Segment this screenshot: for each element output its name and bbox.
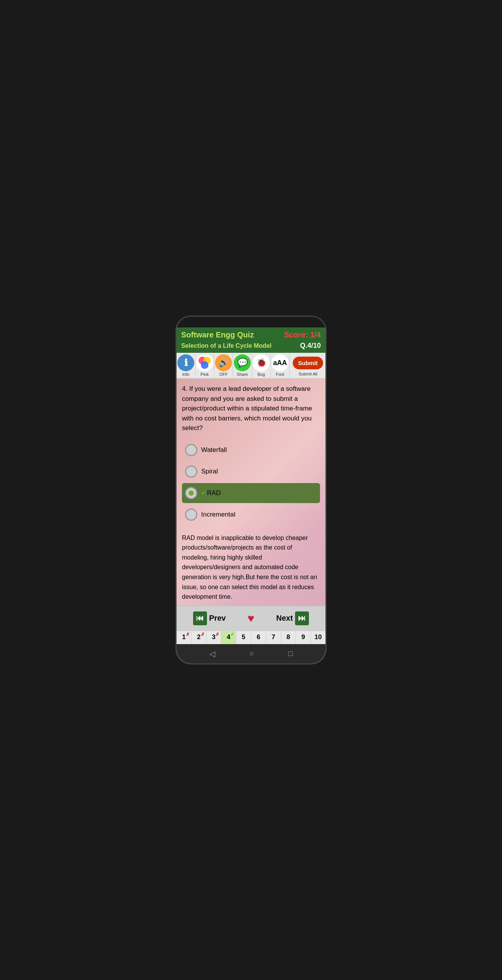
options-container: Waterfall Spiral ✔ RAD Incremental [177,437,325,528]
font-label: Font [276,372,284,377]
sound-label: OFF [219,372,228,377]
grid-num-10: 10 [315,633,322,641]
toolbar-pink[interactable]: Pink [195,353,214,378]
option-incremental[interactable]: Incremental [182,505,320,525]
status-bar [177,317,325,327]
bug-label: Bug [257,372,265,377]
grid-mark-2: ✗ [201,632,205,637]
radio-rad-inner [188,490,194,496]
back-button[interactable]: ◁ [209,649,215,658]
grid-item-8[interactable]: 8 [281,631,296,644]
status-notch [228,320,274,324]
question-grid: ✗ 1 ✗ 2 ✗ 3 ✓ 4 5 6 7 [177,631,325,644]
grid-item-7[interactable]: 7 [266,631,281,644]
submit-all-container: Submit Submit All [290,353,326,378]
score-display: Score: 1/4 [284,331,321,339]
question-number-inline: 4. [182,385,187,392]
recent-button[interactable]: □ [288,649,293,658]
heart-button[interactable]: ♥ [242,606,260,631]
option-rad-text: RAD [207,489,221,497]
app-title: Software Engg Quiz [181,331,254,339]
question-number: Q.4/10 [300,342,321,350]
grid-num-6: 6 [257,633,260,641]
grid-num-8: 8 [287,633,290,641]
grid-num-2: 2 [197,633,200,641]
header-top: Software Engg Quiz Score: 1/4 [177,327,325,341]
bug-icon: 🐞 [253,354,270,371]
radio-rad [185,487,197,499]
header-subtitle: Selection of a Life Cycle Model Q.4/10 [177,341,325,353]
grid-item-4[interactable]: ✓ 4 [221,631,236,644]
toolbar: ℹ Info Pink 🔊 OFF [177,353,325,379]
grid-item-2[interactable]: ✗ 2 [192,631,207,644]
bottom-nav-buttons: ⏮ Prev ♥ Next ⏭ [177,606,325,631]
prev-button[interactable]: ⏮ Prev [177,606,242,631]
toolbar-font[interactable]: aAA Font [271,353,290,378]
grid-mark-1: ✗ [186,632,190,637]
toolbar-sound[interactable]: 🔊 OFF [214,353,233,378]
option-rad[interactable]: ✔ RAD [182,483,320,503]
info-label: Info [182,372,189,377]
home-button[interactable]: ○ [249,649,254,658]
submit-button[interactable]: Submit [293,357,323,369]
sound-icon: 🔊 [215,354,232,371]
grid-item-10[interactable]: 10 [311,631,325,644]
grid-num-1: 1 [182,633,185,641]
next-button[interactable]: Next ⏭ [260,606,325,631]
share-label: Share [237,372,248,377]
submit-all-label: Submit All [299,372,317,376]
option-incremental-text: Incremental [201,511,235,518]
grid-item-3[interactable]: ✗ 3 [207,631,222,644]
next-label: Next [276,614,293,623]
next-icon: ⏭ [295,611,309,625]
prev-label: Prev [209,614,226,623]
grid-item-1[interactable]: ✗ 1 [177,631,192,644]
grid-num-4: 4 [227,633,230,641]
grid-mark-3: ✗ [215,632,219,637]
option-waterfall-text: Waterfall [201,446,227,454]
svg-point-2 [201,361,208,369]
pink-label: Pink [200,372,208,377]
android-nav: ◁ ○ □ [177,644,325,663]
grid-mark-4: ✓ [230,632,234,637]
toolbar-share[interactable]: 💬 Share [233,353,252,378]
grid-num-5: 5 [242,633,245,641]
grid-num-3: 3 [212,633,215,641]
option-spiral-text: Spiral [201,468,218,475]
app-container: Software Engg Quiz Score: 1/4 Selection … [177,327,325,663]
font-icon: aAA [272,354,289,371]
option-spiral[interactable]: Spiral [182,462,320,482]
radio-incremental [185,508,197,521]
grid-item-5[interactable]: 5 [236,631,251,644]
radio-spiral [185,465,197,478]
checkmark-icon: ✔ [201,489,206,497]
info-icon: ℹ [177,354,194,371]
grid-item-6[interactable]: 6 [251,631,266,644]
pink-icon [196,354,213,371]
question-text: 4. If you were a lead developer of a sof… [177,379,325,437]
heart-icon: ♥ [248,612,255,625]
phone-frame: Software Engg Quiz Score: 1/4 Selection … [175,316,327,664]
radio-waterfall [185,444,197,456]
toolbar-info[interactable]: ℹ Info [177,353,195,378]
share-icon: 💬 [234,354,251,371]
grid-num-7: 7 [272,633,275,641]
subtitle-text: Selection of a Life Cycle Model [181,342,272,349]
explanation-text: RAD model is inapplicable to develop che… [177,528,325,606]
grid-item-9[interactable]: 9 [296,631,311,644]
grid-num-9: 9 [302,633,305,641]
toolbar-bug[interactable]: 🐞 Bug [252,353,271,378]
prev-icon: ⏮ [193,611,207,625]
option-waterfall[interactable]: Waterfall [182,440,320,460]
question-body: If you were a lead developer of a softwa… [182,385,312,432]
